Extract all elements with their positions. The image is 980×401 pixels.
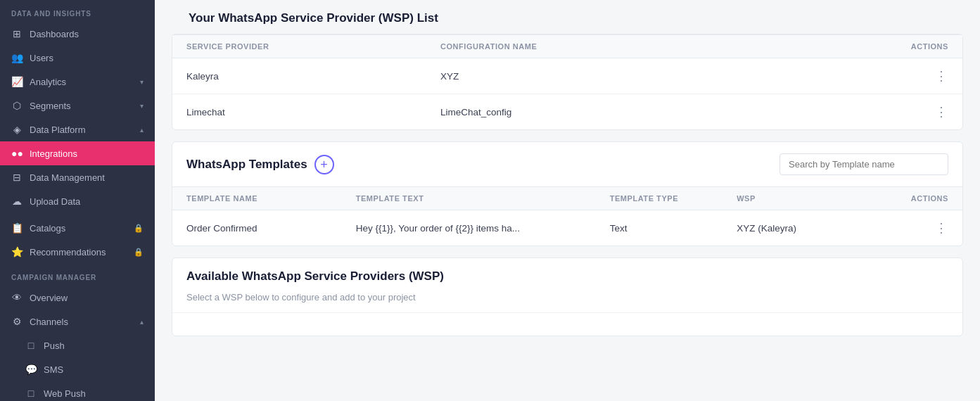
templates-title: WhatsApp Templates	[186, 158, 307, 172]
search-template-input[interactable]	[779, 153, 948, 175]
data-platform-icon: ◈	[11, 124, 23, 135]
wsp-list-title: Your WhatsApp Service Provider (WSP) Lis…	[189, 11, 438, 25]
lock-icon: 🔒	[134, 224, 144, 233]
chevron-up-icon: ▴	[140, 318, 144, 326]
lock-icon: 🔒	[134, 248, 144, 257]
sidebar-item-label: Data Management	[30, 172, 144, 183]
sidebar-item-label: Push	[44, 340, 144, 351]
wsp-list-card: SERVICE PROVIDER CONFIGURATION NAME ACTI…	[172, 34, 963, 130]
three-dot-icon[interactable]: ⋮	[935, 69, 948, 83]
template-wsp-value: XYZ (Kaleyra)	[737, 223, 864, 234]
sidebar-item-overview[interactable]: 👁 Overview	[0, 286, 155, 310]
sidebar-section-campaign: CAMPAIGN MANAGER	[0, 264, 155, 286]
template-type-value: Text	[610, 223, 737, 234]
service-provider-value: Limechat	[186, 107, 440, 117]
sidebar-item-users[interactable]: 👥 Users	[0, 46, 155, 70]
service-provider-value: Kaleyra	[186, 71, 440, 82]
templates-table-header: TEMPLATE NAME TEMPLATE TEXT TEMPLATE TYP…	[172, 186, 962, 210]
configuration-name-value: XYZ	[440, 71, 822, 82]
upload-data-icon: ☁	[11, 196, 23, 207]
sidebar-item-label: Integrations	[30, 148, 144, 159]
col-configuration-name: CONFIGURATION NAME	[440, 42, 822, 51]
configuration-name-value: LimeChat_config	[440, 107, 822, 117]
catalogs-icon: 📋	[11, 222, 23, 234]
table-row: Order Confirmed Hey {{1}}, Your order of…	[172, 210, 962, 246]
sidebar-item-label: Dashboards	[30, 29, 144, 39]
sidebar-item-data-platform[interactable]: ◈ Data Platform ▴	[0, 117, 155, 141]
users-icon: 👥	[11, 52, 23, 63]
push-icon: □	[25, 340, 37, 351]
sidebar-item-label: Data Platform	[30, 125, 133, 135]
chevron-down-icon: ▾	[140, 102, 144, 110]
col-wsp: WSP	[737, 194, 864, 203]
template-name-value: Order Confirmed	[186, 223, 356, 234]
sidebar-item-integrations[interactable]: ●● Integrations	[0, 141, 155, 165]
overview-icon: 👁	[11, 292, 23, 303]
templates-card: WhatsApp Templates + TEMPLATE NAME TEMPL…	[172, 141, 963, 246]
sidebar-item-label: Segments	[30, 101, 133, 111]
sidebar-item-label: Upload Data	[30, 196, 144, 207]
table-row: Kaleyra XYZ ⋮	[172, 58, 962, 94]
sidebar-item-label: Web Push	[44, 388, 144, 399]
row-actions-menu[interactable]: ⋮	[822, 104, 949, 120]
main-content: Your WhatsApp Service Provider (WSP) Lis…	[155, 0, 980, 401]
three-dot-icon[interactable]: ⋮	[935, 105, 948, 119]
sidebar-item-label: Catalogs	[30, 223, 127, 234]
channels-icon: ⚙	[11, 316, 23, 327]
table-row: Limechat LimeChat_config ⋮	[172, 94, 962, 129]
data-management-icon: ⊟	[11, 172, 23, 183]
wsp-table-header: SERVICE PROVIDER CONFIGURATION NAME ACTI…	[172, 34, 962, 58]
sidebar-item-catalogs[interactable]: 📋 Catalogs 🔒	[0, 216, 155, 240]
sidebar-item-analytics[interactable]: 📈 Analytics ▾	[0, 70, 155, 94]
sidebar-item-label: Users	[30, 53, 144, 63]
templates-section-header: WhatsApp Templates +	[172, 142, 962, 186]
sidebar-item-sms[interactable]: 💬 SMS	[0, 357, 155, 381]
integrations-icon: ●●	[11, 148, 23, 159]
sidebar-item-segments[interactable]: ⬡ Segments ▾	[0, 94, 155, 117]
add-template-button[interactable]: +	[314, 155, 334, 174]
sidebar-item-web-push[interactable]: □ Web Push	[0, 381, 155, 401]
col-actions: ACTIONS	[864, 194, 948, 203]
page-title: Your WhatsApp Service Provider (WSP) Lis…	[172, 0, 963, 34]
sidebar-item-label: SMS	[44, 364, 144, 375]
row-actions-menu[interactable]: ⋮	[822, 68, 949, 84]
sidebar: DATA AND INSIGHTS ⊞ Dashboards 👥 Users 📈…	[0, 0, 155, 401]
sidebar-item-recommendations[interactable]: ⭐ Recommendations 🔒	[0, 240, 155, 264]
sidebar-item-label: Analytics	[30, 77, 133, 87]
col-template-text: TEMPLATE TEXT	[356, 194, 610, 203]
dashboards-icon: ⊞	[11, 28, 23, 39]
sidebar-item-dashboards[interactable]: ⊞ Dashboards	[0, 22, 155, 46]
sidebar-item-data-management[interactable]: ⊟ Data Management	[0, 165, 155, 189]
chevron-down-icon: ▾	[140, 78, 144, 86]
chevron-up-icon: ▴	[140, 126, 144, 134]
sidebar-item-label: Channels	[30, 317, 133, 327]
web-push-icon: □	[25, 388, 37, 399]
sidebar-section-data: DATA AND INSIGHTS	[0, 0, 155, 22]
available-wsp-subtitle: Select a WSP below to configure and add …	[172, 292, 962, 313]
col-template-type: TEMPLATE TYPE	[610, 194, 737, 203]
recommendations-icon: ⭐	[11, 246, 23, 257]
sms-icon: 💬	[25, 364, 37, 375]
col-service-provider: SERVICE PROVIDER	[186, 42, 440, 51]
analytics-icon: 📈	[11, 76, 23, 87]
row-actions-menu[interactable]: ⋮	[864, 220, 948, 236]
available-wsp-card: Available WhatsApp Service Providers (WS…	[172, 257, 963, 336]
available-wsp-title: Available WhatsApp Service Providers (WS…	[172, 258, 962, 292]
sidebar-item-label: Overview	[30, 293, 144, 303]
sidebar-item-label: Recommendations	[30, 247, 127, 257]
sidebar-item-push[interactable]: □ Push	[0, 333, 155, 357]
three-dot-icon[interactable]: ⋮	[935, 221, 948, 235]
col-template-name: TEMPLATE NAME	[186, 194, 356, 203]
segments-icon: ⬡	[11, 100, 23, 111]
sidebar-item-upload-data[interactable]: ☁ Upload Data	[0, 189, 155, 213]
sidebar-item-channels[interactable]: ⚙ Channels ▴	[0, 310, 155, 333]
template-text-value: Hey {{1}}, Your order of {{2}} items ha.…	[356, 223, 610, 234]
col-actions: ACTIONS	[822, 42, 949, 51]
